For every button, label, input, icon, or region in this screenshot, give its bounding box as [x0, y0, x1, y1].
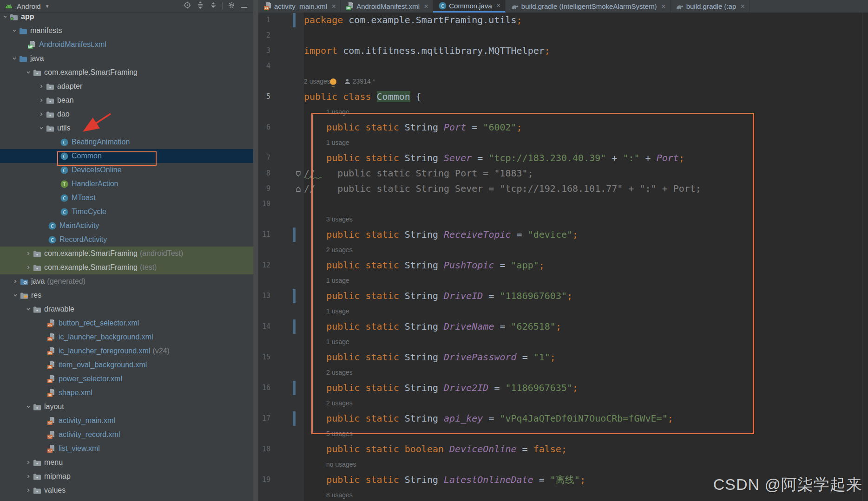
chevron-right-icon[interactable] — [37, 112, 45, 117]
usages-hint[interactable]: 1 usage — [304, 304, 349, 319]
tree-item-menu[interactable]: menu — [0, 455, 253, 469]
chevron-right-icon[interactable] — [24, 488, 32, 493]
tree-item-ic-launcher-foreground-xml[interactable]: <>ic_launcher_foreground.xml(v24) — [0, 344, 253, 358]
tree-item-java[interactable]: java — [0, 52, 253, 65]
tree-item-manifests[interactable]: manifests — [0, 24, 253, 38]
usages-hint[interactable]: 3 usages — [304, 212, 353, 227]
code-line-11[interactable]: 11 public static String ReceiveTopic = "… — [258, 227, 868, 242]
usages-hint[interactable]: 2 usages — [304, 74, 330, 89]
tree-item-bean[interactable]: bean — [0, 93, 253, 107]
tree-item-button-rect-selector-xml[interactable]: <>button_rect_selector.xml — [0, 316, 253, 330]
code-line-14[interactable]: 14 public static String DriveName = "626… — [258, 319, 868, 334]
chevron-down-icon[interactable] — [10, 56, 18, 61]
usages-hint[interactable]: 2 usages — [304, 365, 353, 380]
tree-item-utils[interactable]: utils — [0, 121, 253, 135]
tree-item-adapter[interactable]: adapter — [0, 79, 253, 93]
code-line-16[interactable]: 16 public static String Drive2ID = "1186… — [258, 380, 868, 396]
chevron-right-icon[interactable] — [24, 251, 32, 256]
code-line-17[interactable]: 17 public static String api_key = "vPq4J… — [258, 411, 868, 426]
usages-hint[interactable]: 1 usage — [304, 273, 349, 288]
tree-item-handleraction[interactable]: IHandlerAction — [0, 177, 253, 191]
chevron-down-icon[interactable] — [1, 14, 9, 19]
close-icon[interactable]: ✕ — [424, 3, 428, 10]
chevron-right-icon[interactable] — [11, 279, 19, 284]
code-line-15[interactable]: 15 public static String DrivePassword = … — [258, 350, 868, 365]
code-line-7[interactable]: 7 public static String Sever = "tcp://18… — [258, 150, 868, 166]
fold-up-icon[interactable] — [296, 186, 301, 194]
tree-item-recordactivity[interactable]: CRecordActivity — [0, 233, 253, 247]
editor-tab-activity-main-xml[interactable]: <>activity_main.xml✕ — [258, 0, 341, 13]
settings-button[interactable] — [227, 2, 236, 10]
locate-button[interactable] — [183, 2, 191, 10]
tree-item-power-selector-xml[interactable]: <>power_selector.xml — [0, 372, 253, 386]
chevron-down-icon[interactable] — [11, 293, 19, 298]
tree-item-values[interactable]: values — [0, 483, 253, 497]
code-line-9[interactable]: 9// public static String Sever = "tcp://… — [258, 181, 868, 196]
usages-hint[interactable]: no usages — [304, 457, 356, 472]
tree-item-com-example-smartframing[interactable]: com.example.SmartFraming — [0, 65, 253, 79]
editor-scrollbar-track[interactable] — [862, 13, 862, 501]
chevron-down-icon[interactable] — [24, 404, 32, 409]
tree-item-activity-main-xml[interactable]: <>activity_main.xml — [0, 414, 253, 428]
tree-item-common[interactable]: CCommon — [0, 149, 253, 163]
code-line-3[interactable]: 3import com.itfitness.mqttlibrary.MQTTHe… — [258, 43, 868, 59]
code-line-1[interactable]: 1package com.example.SmartFraming.utils; — [258, 13, 868, 28]
code-line-18[interactable]: 18 public static boolean DeviceOnline = … — [258, 442, 868, 457]
expand-all-button[interactable] — [196, 2, 204, 10]
editor-tab-androidmanifest-xml[interactable]: MFAndroidManifest.xml✕ — [341, 0, 433, 13]
code-line-2[interactable]: 2 — [258, 28, 868, 43]
chevron-right-icon[interactable] — [24, 474, 32, 479]
usages-hint[interactable]: 1 usage — [304, 104, 349, 120]
chevron-down-icon[interactable] — [10, 28, 18, 33]
code-line-5[interactable]: 5public class Common { — [258, 89, 868, 104]
tree-item-com-example-smartframing[interactable]: com.example.SmartFraming(androidTest) — [0, 247, 253, 260]
tree-item-activity-record-xml[interactable]: <>activity_record.xml — [0, 428, 253, 442]
hide-panel-button[interactable] — [240, 2, 249, 10]
code-vision-hint[interactable]: 2 usages23914 * — [304, 74, 375, 89]
code-editor[interactable]: 1package com.example.SmartFraming.utils;… — [258, 13, 868, 501]
close-icon[interactable]: ✕ — [331, 3, 336, 10]
tree-item-res[interactable]: res — [0, 288, 253, 302]
tree-item-ic-launcher-background-xml[interactable]: <>ic_launcher_background.xml — [0, 330, 253, 344]
code-line-6[interactable]: 6 public static String Port = "6002"; — [258, 120, 868, 135]
project-view-selector[interactable]: Android ▼ — [0, 2, 183, 10]
tree-item-deviceisonline[interactable]: CDeviceIsOnline — [0, 163, 253, 177]
tree-item-app[interactable]: app — [0, 10, 253, 24]
tree-item-list-view-xml[interactable]: <>list_view.xml — [0, 442, 253, 455]
usages-hint[interactable]: 1 usage — [304, 135, 349, 150]
tree-item-com-example-smartframing[interactable]: com.example.SmartFraming(test) — [0, 260, 253, 274]
tree-item-drawable[interactable]: drawable — [0, 302, 253, 316]
close-icon[interactable]: ✕ — [496, 2, 501, 9]
tree-item-mtoast[interactable]: CMToast — [0, 191, 253, 205]
close-icon[interactable]: ✕ — [661, 3, 666, 10]
code-line-12[interactable]: 12 public static String PushTopic = "app… — [258, 258, 868, 273]
fold-down-icon[interactable] — [296, 170, 301, 179]
editor-tab-build-gradle-intelligentsmokealarmsystem-[interactable]: build.gradle (IntelligentSmokeAlarmSyste… — [506, 0, 671, 13]
usages-hint[interactable]: 5 usages — [304, 426, 353, 442]
chevron-down-icon[interactable] — [24, 70, 32, 75]
tree-item-java[interactable]: java(generated) — [0, 274, 253, 288]
code-line-4[interactable]: 4 — [258, 59, 868, 74]
code-line-8[interactable]: 8// public static String Port = "1883"; — [258, 166, 868, 181]
chevron-down-icon[interactable] — [24, 307, 32, 312]
tree-item-timecycle[interactable]: CTimeCycle — [0, 205, 253, 219]
lightbulb-icon[interactable] — [330, 78, 336, 85]
chevron-down-icon[interactable] — [37, 126, 45, 130]
usages-hint[interactable]: 2 usages — [304, 396, 353, 411]
usages-hint[interactable]: 1 usage — [304, 334, 349, 350]
chevron-right-icon[interactable] — [24, 460, 32, 465]
panel-splitter[interactable] — [253, 0, 258, 501]
tree-item-layout[interactable]: layout — [0, 400, 253, 414]
tree-item-dao[interactable]: dao — [0, 107, 253, 121]
tree-item-shape-xml[interactable]: <>shape.xml — [0, 386, 253, 400]
tree-item-mipmap[interactable]: mipmap — [0, 469, 253, 483]
chevron-right-icon[interactable] — [37, 84, 45, 89]
code-line-10[interactable]: 10 — [258, 196, 868, 212]
editor-tab-build-gradle-ap[interactable]: build.gradle (:ap✕ — [671, 0, 750, 13]
code-line-13[interactable]: 13 public static String DriveID = "11869… — [258, 288, 868, 304]
tree-item-beatinganimation[interactable]: CBeatingAnimation — [0, 135, 253, 149]
tree-item-mainactivity[interactable]: CMainActivity — [0, 219, 253, 233]
tree-item-item-oval-background-xml[interactable]: <>item_oval_background.xml — [0, 358, 253, 372]
chevron-right-icon[interactable] — [24, 265, 32, 270]
editor-tab-common-java[interactable]: CCommon.java✕ — [433, 0, 506, 13]
